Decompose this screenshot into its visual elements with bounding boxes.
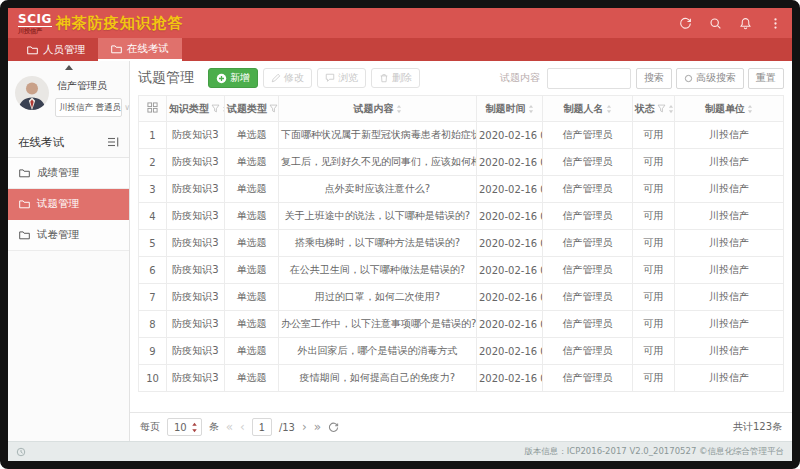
- button-label: 修改: [284, 72, 304, 84]
- cell-creator: 信产管理员: [543, 230, 633, 257]
- table-body: 1防疫知识3单选题下面哪种状况属于新型冠状病毒患者初始症状2020-02-16 …: [139, 122, 784, 392]
- cell-knowledge-type: 防疫知识3: [167, 365, 225, 392]
- cell-creator: 信产管理员: [543, 122, 633, 149]
- cell-question-content: 用过的口罩，如何二次使用?: [279, 284, 477, 311]
- table-row[interactable]: 10防疫知识3单选题疫情期间，如何提高自己的免疫力?2020-02-16 0··…: [139, 365, 784, 392]
- column-header-question-type[interactable]: 试题类型: [225, 96, 279, 122]
- logo-subtext: 川投信产: [18, 28, 52, 34]
- pencil-icon: [271, 73, 281, 83]
- delete-button[interactable]: 删除: [371, 68, 420, 88]
- column-label: 制题时间: [486, 102, 526, 116]
- button-label: 重置: [756, 72, 776, 84]
- view-button[interactable]: 浏览: [317, 68, 366, 88]
- table-row[interactable]: 3防疫知识3单选题点外卖时应该注意什么?2020-02-16 0··信产管理员可…: [139, 176, 784, 203]
- search-button[interactable]: 搜索: [636, 68, 672, 89]
- total-count-label: 共计123条: [733, 420, 782, 434]
- cell-knowledge-type: 防疫知识3: [167, 257, 225, 284]
- refresh-table-button[interactable]: [328, 422, 339, 433]
- cell-question-content: 在公共卫生间，以下哪种做法是错误的?: [279, 257, 477, 284]
- table-row[interactable]: 8防疫知识3单选题办公室工作中，以下注意事项哪个是错误的?2020-02-16 …: [139, 311, 784, 338]
- table-row[interactable]: 2防疫知识3单选题复工后，见到好久不见的同事们，应该如何相处?2020-02-1…: [139, 149, 784, 176]
- cell-create-time: 2020-02-16 0··: [477, 284, 543, 311]
- sidebar-section-header[interactable]: 在线考试: [8, 127, 129, 157]
- cell-question-type: 单选题: [225, 122, 279, 149]
- cell-unit: 川投信产: [675, 257, 784, 284]
- search-label: 试题内容: [500, 71, 540, 85]
- sidebar-section-title: 在线考试: [18, 135, 64, 150]
- column-header-status[interactable]: 状态: [633, 96, 675, 122]
- cell-create-time: 2020-02-16 0··: [477, 203, 543, 230]
- cell-select: 9: [139, 338, 167, 365]
- button-label: 搜索: [644, 72, 664, 84]
- search-input[interactable]: [547, 68, 631, 89]
- cell-question-content: 复工后，见到好久不见的同事们，应该如何相处?: [279, 149, 477, 176]
- page-title: 试题管理: [138, 69, 194, 87]
- cell-select: 3: [139, 176, 167, 203]
- table-row[interactable]: 6防疫知识3单选题在公共卫生间，以下哪种做法是错误的?2020-02-16 0·…: [139, 257, 784, 284]
- cell-knowledge-type: 防疫知识3: [167, 149, 225, 176]
- cell-question-content: 办公室工作中，以下注意事项哪个是错误的?: [279, 311, 477, 338]
- grid-icon: [147, 102, 158, 113]
- cell-unit: 川投信产: [675, 203, 784, 230]
- column-header-content: 制题时间: [486, 102, 534, 116]
- user-info: 信产管理员 川投信产 普通员 ∨: [55, 76, 122, 117]
- table-row[interactable]: 1防疫知识3单选题下面哪种状况属于新型冠状病毒患者初始症状2020-02-16 …: [139, 122, 784, 149]
- column-header-unit[interactable]: 制题单位: [675, 96, 784, 122]
- reset-button[interactable]: 重置: [748, 68, 784, 89]
- org-role-select[interactable]: 川投信产 普通员 ∨: [55, 98, 122, 117]
- first-page-button[interactable]: «: [226, 421, 233, 433]
- prev-page-button[interactable]: ‹: [240, 421, 245, 433]
- sidebar-collapse-button[interactable]: [8, 61, 129, 74]
- cell-unit: 川投信产: [675, 365, 784, 392]
- next-page-button[interactable]: ›: [302, 421, 307, 433]
- main-content: 试题管理 新增修改浏览删除 试题内容 搜索高级搜索重置 知识类型试题类型试题内容…: [130, 61, 792, 441]
- total-pages-label: /13: [279, 422, 295, 433]
- edit-button[interactable]: 修改: [263, 68, 312, 88]
- search-icon[interactable]: [709, 17, 722, 30]
- page-input[interactable]: [252, 418, 272, 436]
- table-row[interactable]: 5防疫知识3单选题搭乘电梯时，以下哪种方法是错误的?2020-02-16 0··…: [139, 230, 784, 257]
- cell-question-type: 单选题: [225, 365, 279, 392]
- cell-create-time: 2020-02-16 0··: [477, 230, 543, 257]
- app-body: 信产管理员 川投信产 普通员 ∨ 在线考试: [8, 61, 792, 441]
- tab-staff-management[interactable]: 人员管理: [14, 38, 98, 61]
- sidebar-item-question-management[interactable]: 试题管理: [8, 189, 129, 220]
- cell-select: 10: [139, 365, 167, 392]
- cell-question-content: 点外卖时应该注意什么?: [279, 176, 477, 203]
- column-header-create-time[interactable]: 制题时间: [477, 96, 543, 122]
- cell-status: 可用: [633, 176, 675, 203]
- sidebar-item-paper-management[interactable]: 试卷管理: [8, 220, 129, 251]
- column-header-select[interactable]: [139, 96, 167, 122]
- question-table-wrap: 知识类型试题类型试题内容制题时间制题人名状态制题单位 1防疫知识3单选题下面哪种…: [138, 95, 784, 412]
- advanced-search-button[interactable]: 高级搜索: [676, 68, 744, 89]
- cell-status: 可用: [633, 284, 675, 311]
- sidebar-item-score-management[interactable]: 成绩管理: [8, 158, 129, 189]
- table-row[interactable]: 4防疫知识3单选题关于上班途中的说法，以下哪种是错误的?2020-02-16 0…: [139, 203, 784, 230]
- cell-status: 可用: [633, 257, 675, 284]
- cell-create-time: 2020-02-16 0··: [477, 257, 543, 284]
- refresh-icon[interactable]: [679, 17, 692, 30]
- chat-icon: [325, 73, 335, 83]
- cell-select: 6: [139, 257, 167, 284]
- more-icon[interactable]: [769, 17, 782, 30]
- table-row[interactable]: 9防疫知识3单选题外出回家后，哪个是错误的消毒方式2020-02-16 0··信…: [139, 338, 784, 365]
- tab-online-exam[interactable]: 在线考试: [98, 38, 182, 61]
- cell-question-type: 单选题: [225, 284, 279, 311]
- column-header-knowledge-type[interactable]: 知识类型: [167, 96, 225, 122]
- clock-icon: [16, 447, 26, 457]
- cell-unit: 川投信产: [675, 284, 784, 311]
- last-page-button[interactable]: »: [314, 421, 321, 433]
- cell-knowledge-type: 防疫知识3: [167, 230, 225, 257]
- add-button[interactable]: 新增: [208, 68, 258, 88]
- cell-unit: 川投信产: [675, 338, 784, 365]
- cell-question-content: 下面哪种状况属于新型冠状病毒患者初始症状: [279, 122, 477, 149]
- cell-knowledge-type: 防疫知识3: [167, 284, 225, 311]
- per-page-select[interactable]: 10: [167, 418, 202, 436]
- cell-unit: 川投信产: [675, 230, 784, 257]
- cell-question-type: 单选题: [225, 149, 279, 176]
- column-header-creator[interactable]: 制题人名: [543, 96, 633, 122]
- folder-icon: [111, 44, 122, 54]
- bell-icon[interactable]: [739, 17, 752, 30]
- table-row[interactable]: 7防疫知识3单选题用过的口罩，如何二次使用?2020-02-16 0··信产管理…: [139, 284, 784, 311]
- column-header-question-content[interactable]: 试题内容: [279, 96, 477, 122]
